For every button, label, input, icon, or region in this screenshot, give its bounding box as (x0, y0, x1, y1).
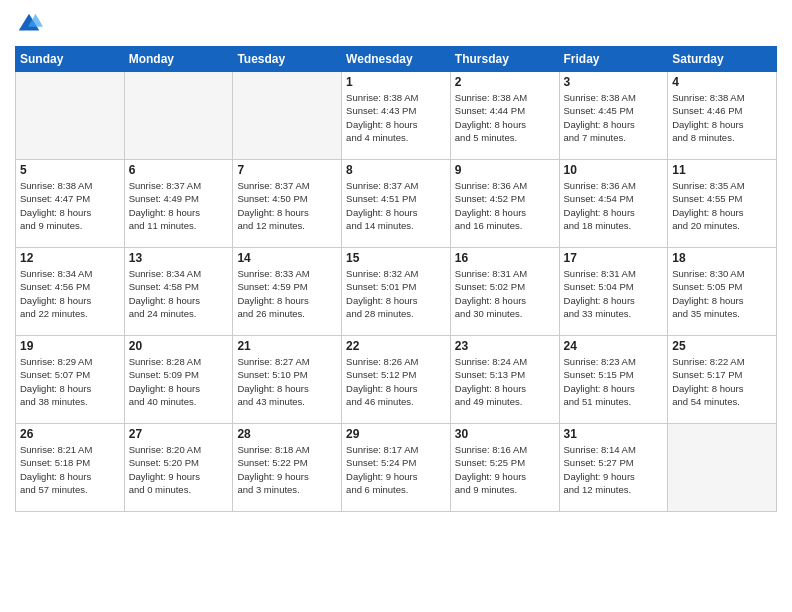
day-number: 1 (346, 75, 446, 89)
calendar-cell: 14Sunrise: 8:33 AM Sunset: 4:59 PM Dayli… (233, 248, 342, 336)
calendar-cell: 31Sunrise: 8:14 AM Sunset: 5:27 PM Dayli… (559, 424, 668, 512)
day-info: Sunrise: 8:38 AM Sunset: 4:44 PM Dayligh… (455, 91, 555, 144)
day-info: Sunrise: 8:14 AM Sunset: 5:27 PM Dayligh… (564, 443, 664, 496)
calendar-cell: 23Sunrise: 8:24 AM Sunset: 5:13 PM Dayli… (450, 336, 559, 424)
day-info: Sunrise: 8:35 AM Sunset: 4:55 PM Dayligh… (672, 179, 772, 232)
calendar-cell: 12Sunrise: 8:34 AM Sunset: 4:56 PM Dayli… (16, 248, 125, 336)
day-info: Sunrise: 8:38 AM Sunset: 4:43 PM Dayligh… (346, 91, 446, 144)
logo (15, 10, 45, 38)
day-number: 18 (672, 251, 772, 265)
calendar-cell: 5Sunrise: 8:38 AM Sunset: 4:47 PM Daylig… (16, 160, 125, 248)
day-number: 8 (346, 163, 446, 177)
calendar-week-1: 1Sunrise: 8:38 AM Sunset: 4:43 PM Daylig… (16, 72, 777, 160)
calendar-cell: 22Sunrise: 8:26 AM Sunset: 5:12 PM Dayli… (342, 336, 451, 424)
calendar-cell: 21Sunrise: 8:27 AM Sunset: 5:10 PM Dayli… (233, 336, 342, 424)
day-number: 16 (455, 251, 555, 265)
day-number: 25 (672, 339, 772, 353)
day-number: 4 (672, 75, 772, 89)
day-number: 15 (346, 251, 446, 265)
calendar-cell: 24Sunrise: 8:23 AM Sunset: 5:15 PM Dayli… (559, 336, 668, 424)
day-number: 26 (20, 427, 120, 441)
header (15, 10, 777, 38)
calendar-cell: 30Sunrise: 8:16 AM Sunset: 5:25 PM Dayli… (450, 424, 559, 512)
day-info: Sunrise: 8:36 AM Sunset: 4:52 PM Dayligh… (455, 179, 555, 232)
day-number: 19 (20, 339, 120, 353)
day-info: Sunrise: 8:18 AM Sunset: 5:22 PM Dayligh… (237, 443, 337, 496)
day-info: Sunrise: 8:28 AM Sunset: 5:09 PM Dayligh… (129, 355, 229, 408)
calendar-cell: 9Sunrise: 8:36 AM Sunset: 4:52 PM Daylig… (450, 160, 559, 248)
day-number: 28 (237, 427, 337, 441)
day-info: Sunrise: 8:38 AM Sunset: 4:46 PM Dayligh… (672, 91, 772, 144)
day-number: 27 (129, 427, 229, 441)
day-info: Sunrise: 8:37 AM Sunset: 4:50 PM Dayligh… (237, 179, 337, 232)
day-info: Sunrise: 8:22 AM Sunset: 5:17 PM Dayligh… (672, 355, 772, 408)
day-info: Sunrise: 8:23 AM Sunset: 5:15 PM Dayligh… (564, 355, 664, 408)
day-number: 14 (237, 251, 337, 265)
calendar-cell (16, 72, 125, 160)
day-info: Sunrise: 8:34 AM Sunset: 4:56 PM Dayligh… (20, 267, 120, 320)
calendar-cell: 20Sunrise: 8:28 AM Sunset: 5:09 PM Dayli… (124, 336, 233, 424)
calendar-cell: 2Sunrise: 8:38 AM Sunset: 4:44 PM Daylig… (450, 72, 559, 160)
day-info: Sunrise: 8:24 AM Sunset: 5:13 PM Dayligh… (455, 355, 555, 408)
day-info: Sunrise: 8:34 AM Sunset: 4:58 PM Dayligh… (129, 267, 229, 320)
calendar-header-monday: Monday (124, 47, 233, 72)
day-info: Sunrise: 8:36 AM Sunset: 4:54 PM Dayligh… (564, 179, 664, 232)
calendar-cell: 29Sunrise: 8:17 AM Sunset: 5:24 PM Dayli… (342, 424, 451, 512)
day-number: 2 (455, 75, 555, 89)
calendar-header-sunday: Sunday (16, 47, 125, 72)
calendar-cell (124, 72, 233, 160)
calendar-cell: 7Sunrise: 8:37 AM Sunset: 4:50 PM Daylig… (233, 160, 342, 248)
day-info: Sunrise: 8:20 AM Sunset: 5:20 PM Dayligh… (129, 443, 229, 496)
calendar-cell: 11Sunrise: 8:35 AM Sunset: 4:55 PM Dayli… (668, 160, 777, 248)
day-info: Sunrise: 8:29 AM Sunset: 5:07 PM Dayligh… (20, 355, 120, 408)
calendar-week-5: 26Sunrise: 8:21 AM Sunset: 5:18 PM Dayli… (16, 424, 777, 512)
calendar-cell: 10Sunrise: 8:36 AM Sunset: 4:54 PM Dayli… (559, 160, 668, 248)
calendar-cell: 3Sunrise: 8:38 AM Sunset: 4:45 PM Daylig… (559, 72, 668, 160)
day-number: 30 (455, 427, 555, 441)
calendar-header-row: SundayMondayTuesdayWednesdayThursdayFrid… (16, 47, 777, 72)
day-number: 9 (455, 163, 555, 177)
calendar: SundayMondayTuesdayWednesdayThursdayFrid… (15, 46, 777, 512)
day-info: Sunrise: 8:31 AM Sunset: 5:02 PM Dayligh… (455, 267, 555, 320)
calendar-week-2: 5Sunrise: 8:38 AM Sunset: 4:47 PM Daylig… (16, 160, 777, 248)
calendar-cell (668, 424, 777, 512)
logo-icon (15, 10, 43, 38)
day-number: 29 (346, 427, 446, 441)
calendar-cell: 8Sunrise: 8:37 AM Sunset: 4:51 PM Daylig… (342, 160, 451, 248)
day-number: 11 (672, 163, 772, 177)
day-number: 7 (237, 163, 337, 177)
calendar-cell: 27Sunrise: 8:20 AM Sunset: 5:20 PM Dayli… (124, 424, 233, 512)
day-info: Sunrise: 8:32 AM Sunset: 5:01 PM Dayligh… (346, 267, 446, 320)
day-info: Sunrise: 8:21 AM Sunset: 5:18 PM Dayligh… (20, 443, 120, 496)
calendar-cell: 13Sunrise: 8:34 AM Sunset: 4:58 PM Dayli… (124, 248, 233, 336)
calendar-header-tuesday: Tuesday (233, 47, 342, 72)
day-number: 10 (564, 163, 664, 177)
day-number: 31 (564, 427, 664, 441)
day-info: Sunrise: 8:31 AM Sunset: 5:04 PM Dayligh… (564, 267, 664, 320)
day-number: 3 (564, 75, 664, 89)
calendar-header-wednesday: Wednesday (342, 47, 451, 72)
calendar-header-friday: Friday (559, 47, 668, 72)
page: SundayMondayTuesdayWednesdayThursdayFrid… (0, 0, 792, 612)
day-number: 13 (129, 251, 229, 265)
day-info: Sunrise: 8:37 AM Sunset: 4:49 PM Dayligh… (129, 179, 229, 232)
day-info: Sunrise: 8:30 AM Sunset: 5:05 PM Dayligh… (672, 267, 772, 320)
day-info: Sunrise: 8:37 AM Sunset: 4:51 PM Dayligh… (346, 179, 446, 232)
day-number: 23 (455, 339, 555, 353)
day-info: Sunrise: 8:26 AM Sunset: 5:12 PM Dayligh… (346, 355, 446, 408)
day-number: 12 (20, 251, 120, 265)
calendar-cell: 18Sunrise: 8:30 AM Sunset: 5:05 PM Dayli… (668, 248, 777, 336)
calendar-week-4: 19Sunrise: 8:29 AM Sunset: 5:07 PM Dayli… (16, 336, 777, 424)
calendar-cell: 28Sunrise: 8:18 AM Sunset: 5:22 PM Dayli… (233, 424, 342, 512)
day-info: Sunrise: 8:38 AM Sunset: 4:47 PM Dayligh… (20, 179, 120, 232)
calendar-header-saturday: Saturday (668, 47, 777, 72)
day-number: 22 (346, 339, 446, 353)
day-info: Sunrise: 8:33 AM Sunset: 4:59 PM Dayligh… (237, 267, 337, 320)
day-number: 20 (129, 339, 229, 353)
calendar-cell: 4Sunrise: 8:38 AM Sunset: 4:46 PM Daylig… (668, 72, 777, 160)
calendar-cell: 1Sunrise: 8:38 AM Sunset: 4:43 PM Daylig… (342, 72, 451, 160)
calendar-cell: 26Sunrise: 8:21 AM Sunset: 5:18 PM Dayli… (16, 424, 125, 512)
day-number: 17 (564, 251, 664, 265)
day-info: Sunrise: 8:27 AM Sunset: 5:10 PM Dayligh… (237, 355, 337, 408)
calendar-week-3: 12Sunrise: 8:34 AM Sunset: 4:56 PM Dayli… (16, 248, 777, 336)
